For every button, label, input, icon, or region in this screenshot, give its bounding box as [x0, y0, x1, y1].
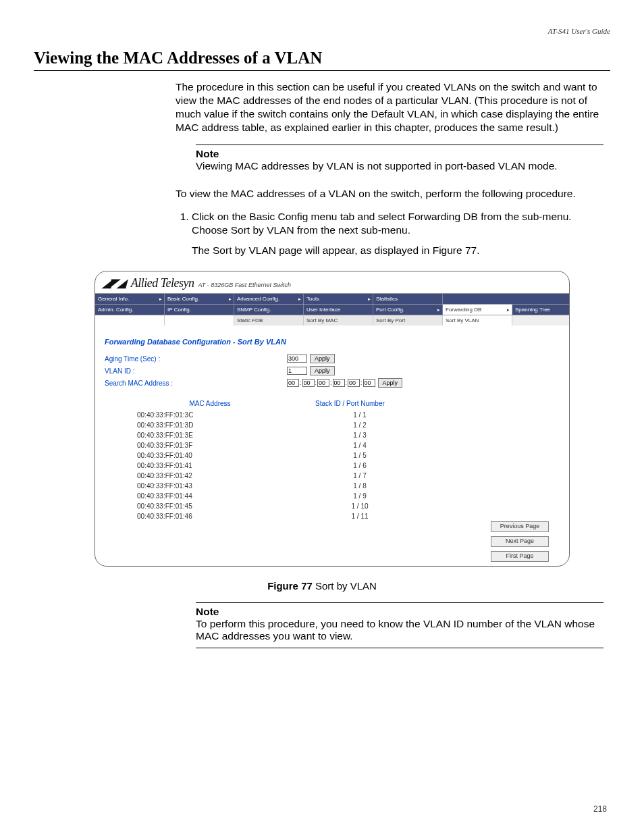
table-row: 00:40:33:FF:01:3E1 / 3: [105, 430, 560, 440]
aging-time-label: Aging Time (Sec) :: [105, 355, 287, 363]
figure-title: Sort by VLAN: [313, 580, 377, 592]
cell-mac: 00:40:33:FF:01:44: [105, 491, 299, 501]
cell-mac: 00:40:33:FF:01:3D: [105, 420, 299, 430]
step-1-result: The Sort by VLAN page will appear, as di…: [192, 244, 603, 257]
arrow-icon: ▸: [298, 294, 301, 303]
previous-page-button[interactable]: Previous Page: [491, 521, 549, 532]
cell-port: 1 / 3: [299, 430, 421, 440]
arrow-icon: ▸: [507, 305, 510, 314]
lead-in-paragraph: To view the MAC addresses of a VLAN on t…: [176, 187, 603, 201]
note-block-2: Note To perform this procedure, you need…: [196, 602, 603, 648]
figure-caption: Figure 77 Sort by VLAN: [34, 580, 610, 592]
aging-time-input[interactable]: [287, 355, 307, 363]
tab-general-info[interactable]: General Info.▸: [95, 294, 165, 304]
arrow-icon: ▸: [437, 305, 440, 314]
menu-row-3: Static FDB Sort By MAC Sort By Port Sort…: [95, 315, 569, 325]
arrow-icon: ▸: [229, 294, 232, 303]
table-row: 00:40:33:FF:01:431 / 8: [105, 481, 560, 491]
cell-port: 1 / 7: [299, 471, 421, 481]
tab-port-config[interactable]: Port Config.▸: [373, 305, 443, 315]
tab-admin-config[interactable]: Admin. Config.: [95, 305, 165, 315]
cell-port: 1 / 1: [299, 410, 421, 420]
apply-button-vlan[interactable]: Apply: [310, 366, 335, 375]
cell-mac: 00:40:33:FF:01:45: [105, 501, 299, 511]
cell-port: 1 / 6: [299, 461, 421, 471]
menu-row-2: Admin. Config. IP Config. SNMP Config. U…: [95, 304, 569, 315]
step-1: Click on the Basic Config menu tab and s…: [192, 210, 603, 257]
note-label: Note: [196, 606, 603, 618]
page-number: 218: [593, 804, 607, 814]
model-label: AT - 8326GB Fast Ethernet Switch: [198, 282, 291, 288]
tab-snmp-config[interactable]: SNMP Config.: [234, 305, 304, 315]
table-row: 00:40:33:FF:01:451 / 10: [105, 501, 560, 511]
tab-sort-by-mac[interactable]: Sort By MAC: [304, 315, 373, 325]
arrow-icon: ▸: [368, 294, 371, 303]
cell-mac: 00:40:33:FF:01:3F: [105, 440, 299, 450]
note-text: Viewing MAC addresses by VLAN is not sup…: [196, 160, 603, 172]
tab-tools[interactable]: Tools▸: [304, 294, 373, 304]
vendor-logo: ◢◤◢ Allied Telesyn: [103, 276, 194, 290]
table-row: 00:40:33:FF:01:3F1 / 4: [105, 440, 560, 450]
note-text: To perform this procedure, you need to k…: [196, 618, 603, 642]
cell-mac: 00:40:33:FF:01:43: [105, 481, 299, 491]
table-row: 00:40:33:FF:01:3D1 / 2: [105, 420, 560, 430]
note-label: Note: [196, 148, 603, 160]
intro-paragraph: The procedure in this section can be use…: [176, 80, 603, 135]
table-row: 00:40:33:FF:01:441 / 9: [105, 491, 560, 501]
figure-77-screenshot: ◢◤◢ Allied Telesyn AT - 8326GB Fast Ethe…: [95, 271, 570, 567]
cell-port: 1 / 11: [299, 511, 421, 521]
tab-basic-config[interactable]: Basic Config.▸: [165, 294, 234, 304]
cell-port: 1 / 5: [299, 450, 421, 461]
cell-port: 1 / 4: [299, 440, 421, 450]
tab-ip-config[interactable]: IP Config.: [165, 305, 234, 315]
tab-spanning-tree[interactable]: Spanning Tree▸: [512, 305, 570, 315]
step-1-text: Click on the Basic Config menu tab and s…: [192, 211, 572, 236]
cell-port: 1 / 9: [299, 491, 421, 501]
cell-mac: 00:40:33:FF:01:40: [105, 450, 299, 461]
table-row: 00:40:33:FF:01:411 / 6: [105, 461, 560, 471]
tab-sort-by-vlan[interactable]: Sort By VLAN: [443, 315, 512, 325]
table-row: 00:40:33:FF:01:461 / 11: [105, 511, 560, 521]
figure-number: Figure 77: [267, 580, 313, 592]
cell-port: 1 / 2: [299, 420, 421, 430]
note-block-1: Note Viewing MAC addresses by VLAN is no…: [196, 145, 603, 178]
cell-mac: 00:40:33:FF:01:3E: [105, 430, 299, 440]
col-stack-port: Stack ID / Port Number: [315, 400, 396, 407]
cell-mac: 00:40:33:FF:01:41: [105, 461, 299, 471]
cell-port: 1 / 10: [299, 501, 421, 511]
vlan-id-input[interactable]: [287, 367, 307, 375]
menu-row-1: General Info.▸ Basic Config.▸ Advanced C…: [95, 293, 569, 304]
table-row: 00:40:33:FF:01:421 / 7: [105, 471, 560, 481]
tab-advanced-config[interactable]: Advanced Config.▸: [234, 294, 304, 304]
next-page-button[interactable]: Next Page: [491, 536, 549, 547]
col-mac-address: MAC Address: [105, 400, 315, 407]
table-row: 00:40:33:FF:01:3C1 / 1: [105, 410, 560, 420]
cell-mac: 00:40:33:FF:01:46: [105, 511, 299, 521]
apply-button-aging[interactable]: Apply: [310, 354, 335, 363]
table-row: 00:40:33:FF:01:401 / 5: [105, 450, 560, 461]
first-page-button[interactable]: First Page: [491, 551, 549, 562]
cell-mac: 00:40:33:FF:01:3C: [105, 410, 299, 420]
cell-mac: 00:40:33:FF:01:42: [105, 471, 299, 481]
tab-user-interface[interactable]: User Interface: [304, 305, 373, 315]
running-header: AT-S41 User's Guide: [34, 27, 610, 35]
vlan-id-label: VLAN ID :: [105, 367, 287, 375]
panel-title: Forwarding Database Configuration - Sort…: [105, 338, 560, 346]
section-title: Viewing the MAC Addresses of a VLAN: [34, 49, 610, 71]
cell-port: 1 / 8: [299, 481, 421, 491]
arrow-icon: ▸: [159, 294, 162, 303]
tab-statistics[interactable]: Statistics: [373, 294, 443, 304]
tab-sort-by-port[interactable]: Sort By Port: [373, 315, 443, 325]
tab-static-fdb[interactable]: Static FDB: [234, 315, 304, 325]
tab-forwarding-db[interactable]: Forwarding DB▸: [443, 305, 512, 315]
